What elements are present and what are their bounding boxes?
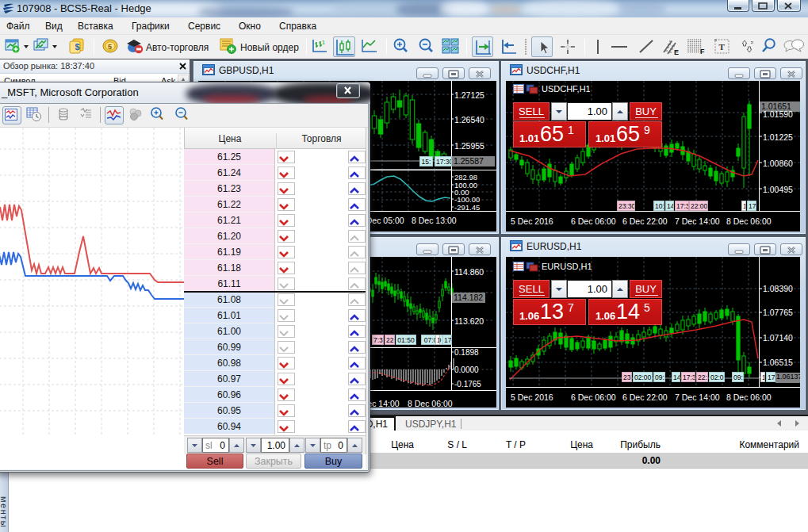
svg-text:E: E: [674, 48, 679, 56]
svg-text:$: $: [75, 42, 80, 52]
svg-text:F: F: [700, 48, 705, 55]
svg-text:T: T: [719, 42, 726, 52]
svg-text:1: 1: [322, 40, 325, 45]
svg-text:5: 5: [108, 43, 112, 51]
